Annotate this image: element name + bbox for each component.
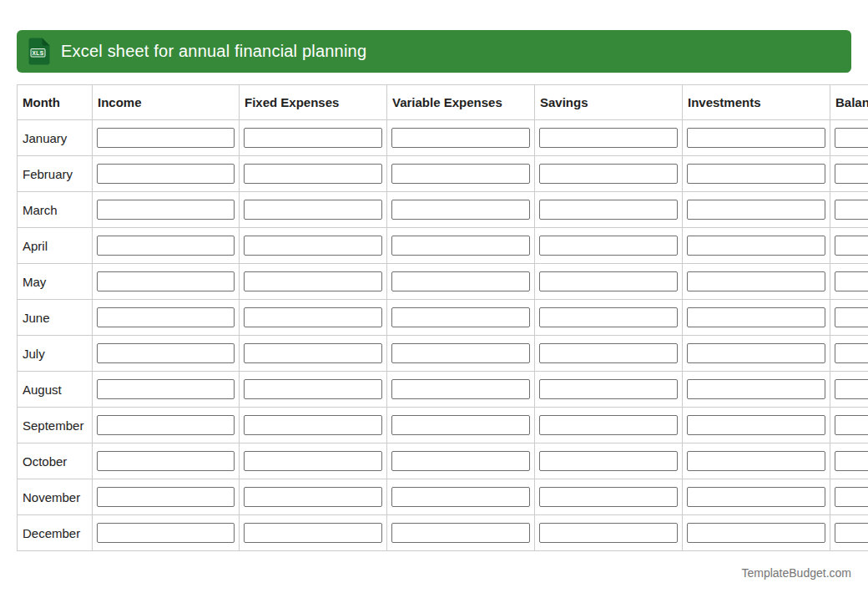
month-label: June: [18, 300, 93, 336]
table-row: February: [18, 156, 868, 192]
balance-input[interactable]: [835, 523, 868, 543]
xls-icon-label: XLS: [33, 50, 44, 56]
variable-expenses-input[interactable]: [391, 379, 530, 399]
investments-input[interactable]: [687, 487, 825, 507]
income-input[interactable]: [97, 236, 235, 256]
fixed-expenses-input[interactable]: [244, 523, 382, 543]
income-input[interactable]: [97, 128, 235, 148]
table-row: August: [18, 372, 868, 408]
table-row: October: [18, 443, 868, 479]
income-input[interactable]: [97, 271, 235, 291]
savings-input[interactable]: [539, 379, 678, 399]
fixed-expenses-input[interactable]: [244, 200, 382, 220]
financial-planning-table: Month Income Fixed Expenses Variable Exp…: [17, 84, 868, 551]
investments-input[interactable]: [687, 200, 825, 220]
table-row: December: [18, 515, 868, 551]
savings-input[interactable]: [539, 415, 678, 435]
column-header-month: Month: [18, 85, 93, 120]
fixed-expenses-input[interactable]: [244, 451, 382, 471]
investments-input[interactable]: [687, 128, 825, 148]
fixed-expenses-input[interactable]: [244, 307, 382, 327]
month-label: January: [18, 120, 93, 156]
savings-input[interactable]: [539, 271, 678, 291]
month-label: August: [18, 372, 93, 408]
fixed-expenses-input[interactable]: [244, 164, 382, 184]
balance-input[interactable]: [835, 236, 868, 256]
balance-input[interactable]: [835, 379, 868, 399]
table-row: July: [18, 336, 868, 372]
variable-expenses-input[interactable]: [391, 200, 530, 220]
financial-planning-table-wrapper: Month Income Fixed Expenses Variable Exp…: [17, 84, 868, 551]
variable-expenses-input[interactable]: [391, 236, 530, 256]
variable-expenses-input[interactable]: [391, 307, 530, 327]
investments-input[interactable]: [687, 164, 825, 184]
page-title: Excel sheet for annual financial plannin…: [61, 42, 366, 61]
balance-input[interactable]: [835, 415, 868, 435]
balance-input[interactable]: [835, 451, 868, 471]
fixed-expenses-input[interactable]: [244, 128, 382, 148]
variable-expenses-input[interactable]: [391, 451, 530, 471]
month-label: May: [18, 264, 93, 300]
fixed-expenses-input[interactable]: [244, 236, 382, 256]
variable-expenses-input[interactable]: [391, 164, 530, 184]
balance-input[interactable]: [835, 307, 868, 327]
column-header-income: Income: [93, 85, 240, 120]
month-label: December: [18, 515, 93, 551]
income-input[interactable]: [97, 523, 235, 543]
savings-input[interactable]: [539, 451, 678, 471]
income-input[interactable]: [97, 379, 235, 399]
savings-input[interactable]: [539, 523, 678, 543]
fixed-expenses-input[interactable]: [244, 271, 382, 291]
balance-input[interactable]: [835, 128, 868, 148]
table-row: May: [18, 264, 868, 300]
fixed-expenses-input[interactable]: [244, 415, 382, 435]
variable-expenses-input[interactable]: [391, 128, 530, 148]
income-input[interactable]: [97, 415, 235, 435]
investments-input[interactable]: [687, 236, 825, 256]
investments-input[interactable]: [687, 451, 825, 471]
income-input[interactable]: [97, 451, 235, 471]
savings-input[interactable]: [539, 200, 678, 220]
month-label: September: [18, 408, 93, 443]
month-label: March: [18, 192, 93, 228]
column-header-investments: Investments: [683, 85, 830, 120]
month-label: April: [18, 228, 93, 264]
balance-input[interactable]: [835, 164, 868, 184]
column-header-balance: Balance: [830, 85, 868, 120]
fixed-expenses-input[interactable]: [244, 487, 382, 507]
income-input[interactable]: [97, 343, 235, 363]
investments-input[interactable]: [687, 523, 825, 543]
income-input[interactable]: [97, 164, 235, 184]
balance-input[interactable]: [835, 200, 868, 220]
fixed-expenses-input[interactable]: [244, 379, 382, 399]
variable-expenses-input[interactable]: [391, 487, 530, 507]
investments-input[interactable]: [687, 379, 825, 399]
balance-input[interactable]: [835, 271, 868, 291]
variable-expenses-input[interactable]: [391, 343, 530, 363]
variable-expenses-input[interactable]: [391, 271, 530, 291]
month-label: October: [18, 443, 93, 479]
balance-input[interactable]: [835, 487, 868, 507]
income-input[interactable]: [97, 307, 235, 327]
table-row: April: [18, 228, 868, 264]
savings-input[interactable]: [539, 343, 678, 363]
income-input[interactable]: [97, 487, 235, 507]
month-label: November: [18, 479, 93, 515]
savings-input[interactable]: [539, 236, 678, 256]
investments-input[interactable]: [687, 307, 825, 327]
table-row: November: [18, 479, 868, 515]
investments-input[interactable]: [687, 271, 825, 291]
savings-input[interactable]: [539, 128, 678, 148]
column-header-savings: Savings: [535, 85, 683, 120]
fixed-expenses-input[interactable]: [244, 343, 382, 363]
income-input[interactable]: [97, 200, 235, 220]
investments-input[interactable]: [687, 415, 825, 435]
savings-input[interactable]: [539, 164, 678, 184]
table-row: January: [18, 120, 868, 156]
variable-expenses-input[interactable]: [391, 523, 530, 543]
savings-input[interactable]: [539, 487, 678, 507]
variable-expenses-input[interactable]: [391, 415, 530, 435]
balance-input[interactable]: [835, 343, 868, 363]
investments-input[interactable]: [687, 343, 825, 363]
savings-input[interactable]: [539, 307, 678, 327]
